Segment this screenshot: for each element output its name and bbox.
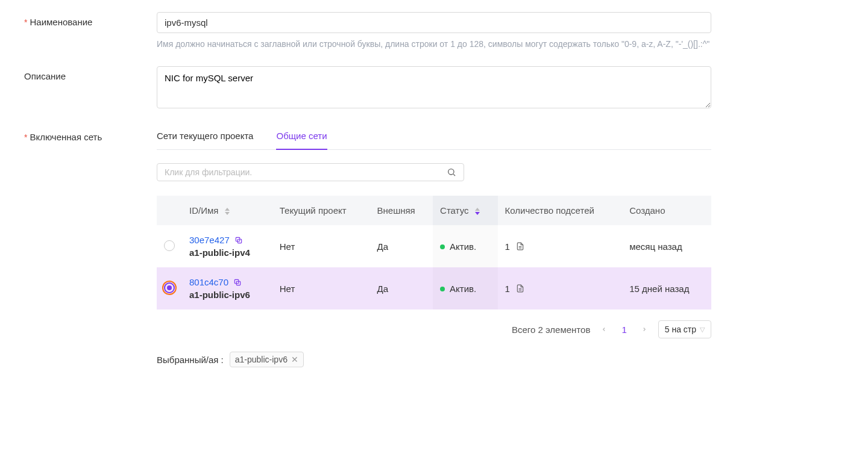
network-label: Включенная сеть xyxy=(24,126,157,142)
sort-icon xyxy=(225,208,230,215)
chevron-right-icon xyxy=(641,326,647,333)
selected-tag: a1-public-ipv6 ✕ xyxy=(230,352,304,367)
svg-line-1 xyxy=(453,174,455,176)
network-name: a1-public-ipv4 xyxy=(189,247,265,258)
search-icon xyxy=(447,167,456,177)
chevron-left-icon xyxy=(601,326,607,333)
next-page-button[interactable] xyxy=(639,323,650,336)
status-dot-icon xyxy=(440,287,445,291)
networks-table: ID/Имя Текущий проект Внешняя Статус Кол… xyxy=(157,196,711,309)
description-textarea[interactable]: NIC for mySQL server xyxy=(157,66,711,108)
table-row[interactable]: 801c4c70 a1-public-ipv6 Нет Да Актив. 1 xyxy=(157,267,711,309)
col-external: Внешняя xyxy=(370,196,433,225)
cell-external: Да xyxy=(370,267,433,309)
table-row[interactable]: 30e7e427 a1-public-ipv4 Нет Да Актив. 1 xyxy=(157,225,711,267)
network-id-link[interactable]: 30e7e427 xyxy=(189,235,230,245)
sort-icon xyxy=(475,208,480,215)
cell-status: Актив. xyxy=(433,225,497,267)
copy-icon[interactable] xyxy=(234,236,243,244)
selected-label: Выбранный/ая : xyxy=(157,355,224,365)
tab-shared-networks[interactable]: Общие сети xyxy=(276,126,327,149)
svg-point-0 xyxy=(448,169,454,175)
cell-external: Да xyxy=(370,225,433,267)
filter-box[interactable] xyxy=(157,163,464,181)
network-id-link[interactable]: 801c4c70 xyxy=(189,277,228,287)
col-id-name[interactable]: ID/Имя xyxy=(182,196,272,225)
name-input[interactable] xyxy=(157,12,711,33)
copy-icon[interactable] xyxy=(233,278,242,287)
cell-subnets: 1 xyxy=(498,225,623,267)
cell-project: Нет xyxy=(272,225,370,267)
network-name: a1-public-ipv6 xyxy=(189,290,265,300)
radio-select[interactable] xyxy=(164,240,175,251)
name-hint: Имя должно начинаться с заглавной или ст… xyxy=(157,38,711,51)
description-label: Описание xyxy=(24,66,157,81)
network-tabs: Сети текущего проекта Общие сети xyxy=(157,126,711,150)
page-number[interactable]: 1 xyxy=(618,325,630,335)
remove-tag-button[interactable]: ✕ xyxy=(291,355,298,364)
cell-created: 15 дней назад xyxy=(622,267,711,309)
page-size-select[interactable]: 5 на стр ▽ xyxy=(658,320,711,338)
col-created: Создано xyxy=(622,196,711,225)
col-project: Текущий проект xyxy=(272,196,370,225)
pagination: Всего 2 элементов 1 5 на стр ▽ xyxy=(157,320,711,338)
document-icon[interactable] xyxy=(516,284,524,293)
prev-page-button[interactable] xyxy=(599,323,609,336)
cell-status: Актив. xyxy=(433,267,497,309)
chevron-down-icon: ▽ xyxy=(700,326,705,334)
cell-created: месяц назад xyxy=(622,225,711,267)
tab-current-project-networks[interactable]: Сети текущего проекта xyxy=(157,126,253,149)
col-status[interactable]: Статус xyxy=(433,196,497,225)
cell-project: Нет xyxy=(272,267,370,309)
filter-input[interactable] xyxy=(165,167,447,177)
col-subnets: Количество подсетей xyxy=(498,196,623,225)
cell-subnets: 1 xyxy=(498,267,623,309)
selected-tag-text: a1-public-ipv6 xyxy=(235,355,288,364)
pagination-total: Всего 2 элементов xyxy=(512,325,590,335)
status-dot-icon xyxy=(440,244,445,249)
radio-select[interactable] xyxy=(164,282,175,293)
name-label: Наименование xyxy=(24,12,157,27)
document-icon[interactable] xyxy=(516,241,524,251)
